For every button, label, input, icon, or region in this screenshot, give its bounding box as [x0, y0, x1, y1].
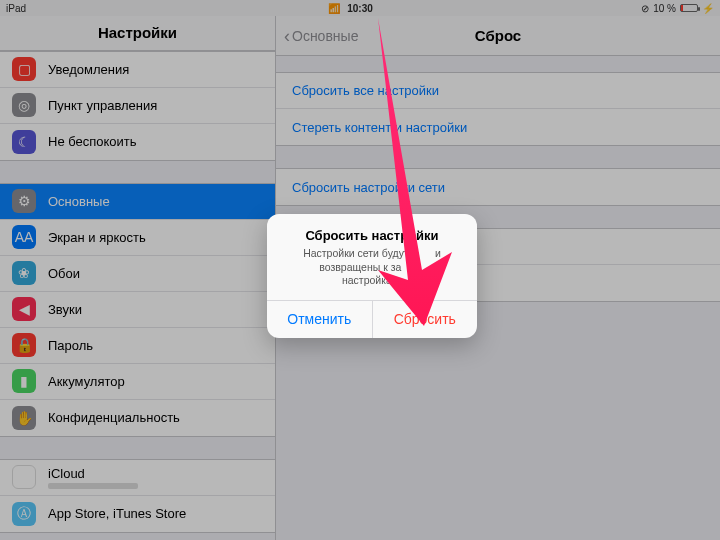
- dialog-title: Сбросить настройки: [279, 228, 465, 243]
- cancel-button[interactable]: Отменить: [267, 301, 373, 338]
- dialog-body: Сбросить настройки Настройки сети будут …: [267, 214, 477, 300]
- dialog-message: Настройки сети будут и возвращены к за н…: [279, 247, 465, 288]
- dialog-buttons: Отменить Сбросить: [267, 300, 477, 338]
- confirm-dialog: Сбросить настройки Настройки сети будут …: [267, 214, 477, 338]
- confirm-button[interactable]: Сбросить: [373, 301, 478, 338]
